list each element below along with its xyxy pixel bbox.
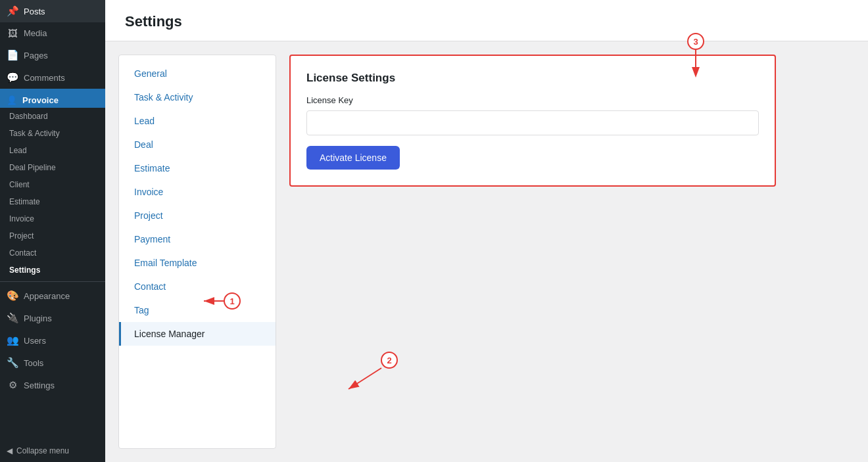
propovoice-menu-header[interactable]: 👤 Provoice (0, 89, 105, 108)
settings-nav-item-email-template[interactable]: Email Template (119, 251, 276, 275)
pages-label: Pages (24, 51, 48, 60)
wp-sidebar: 📌Posts🖼Media📄Pages💬Comments 👤 Provoice D… (0, 0, 105, 462)
settings-nav-item-lead[interactable]: Lead (119, 109, 276, 133)
users-label: Users (24, 336, 46, 346)
sidebar-item-client[interactable]: Client (0, 176, 105, 193)
tools-icon: 🔧 (7, 357, 18, 369)
license-settings-title: License Settings (306, 72, 759, 85)
settings-wp-icon: ⚙ (7, 379, 18, 391)
sidebar-item-lead[interactable]: Lead (0, 142, 105, 159)
media-label: Media (24, 28, 47, 38)
sidebar-item-pages[interactable]: 📄Pages (0, 44, 105, 66)
sidebar-item-settings[interactable]: Settings (0, 262, 105, 279)
sidebar-item-media[interactable]: 🖼Media (0, 22, 105, 44)
activate-license-button[interactable]: Activate License (306, 146, 400, 170)
sidebar-item-comments[interactable]: 💬Comments (0, 66, 105, 89)
collapse-menu-button[interactable]: ◀ Collapse menu (0, 440, 105, 462)
content-area: GeneralTask & ActivityLeadDealEstimateIn… (105, 41, 868, 462)
sidebar-item-posts[interactable]: 📌Posts (0, 0, 105, 22)
settings-nav-item-contact[interactable]: Contact (119, 275, 276, 298)
sidebar-item-users[interactable]: 👥Users (0, 329, 105, 352)
license-settings-box: License Settings License Key Activate Li… (289, 55, 776, 187)
plugins-icon: 🔌 (7, 312, 18, 324)
settings-nav: GeneralTask & ActivityLeadDealEstimateIn… (118, 55, 276, 449)
settings-nav-item-task-activity[interactable]: Task & Activity (119, 85, 276, 109)
comments-label: Comments (24, 73, 65, 83)
settings-nav-item-invoice[interactable]: Invoice (119, 180, 276, 204)
sidebar-item-tools[interactable]: 🔧Tools (0, 352, 105, 374)
settings-wp-label: Settings (24, 381, 55, 390)
posts-label: Posts (24, 7, 45, 16)
license-key-input[interactable] (306, 110, 759, 135)
settings-nav-item-deal[interactable]: Deal (119, 133, 276, 156)
sidebar-item-project[interactable]: Project (0, 227, 105, 244)
appearance-icon: 🎨 (7, 290, 18, 302)
media-icon: 🖼 (7, 28, 18, 39)
users-icon: 👥 (7, 335, 18, 346)
sidebar-item-invoice[interactable]: Invoice (0, 210, 105, 227)
collapse-icon: ◀ (7, 446, 12, 455)
provoice-icon: 👤 (7, 95, 17, 105)
settings-nav-item-license-manager[interactable]: License Manager (119, 322, 276, 346)
sidebar-item-plugins[interactable]: 🔌Plugins (0, 307, 105, 329)
settings-nav-item-project[interactable]: Project (119, 204, 276, 227)
license-key-label: License Key (306, 95, 759, 105)
settings-nav-item-payment[interactable]: Payment (119, 227, 276, 251)
sidebar-item-deal-pipeline[interactable]: Deal Pipeline (0, 159, 105, 176)
main-content: Settings GeneralTask & ActivityLeadDealE… (105, 0, 868, 462)
sidebar-item-dashboard[interactable]: Dashboard (0, 108, 105, 125)
page-title: Settings (125, 13, 848, 41)
collapse-label: Collapse menu (16, 446, 69, 455)
settings-nav-item-general[interactable]: General (119, 62, 276, 85)
settings-nav-item-tag[interactable]: Tag (119, 298, 276, 322)
sidebar-item-estimate[interactable]: Estimate (0, 193, 105, 210)
propovoice-label: Provoice (22, 95, 59, 105)
tools-label: Tools (24, 358, 43, 368)
page-header: Settings (105, 0, 868, 41)
settings-nav-item-estimate[interactable]: Estimate (119, 156, 276, 180)
comments-icon: 💬 (7, 72, 18, 83)
settings-panel: License Settings License Key Activate Li… (276, 55, 855, 449)
sidebar-item-contact[interactable]: Contact (0, 244, 105, 262)
sidebar-item-task-activity[interactable]: Task & Activity (0, 125, 105, 142)
sidebar-item-settings-wp[interactable]: ⚙Settings (0, 374, 105, 396)
posts-icon: 📌 (7, 5, 18, 17)
appearance-label: Appearance (24, 291, 70, 301)
plugins-label: Plugins (24, 313, 52, 323)
sidebar-item-appearance[interactable]: 🎨Appearance (0, 285, 105, 307)
pages-icon: 📄 (7, 49, 18, 61)
